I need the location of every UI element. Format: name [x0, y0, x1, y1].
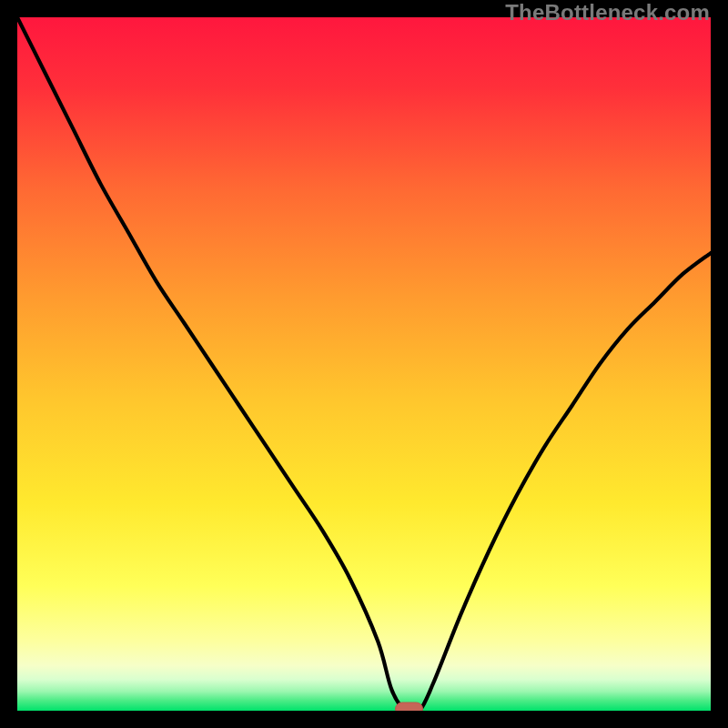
chart-svg [17, 17, 711, 711]
plot-area [17, 17, 711, 711]
watermark-text: TheBottleneck.com [505, 0, 710, 25]
chart-frame: TheBottleneck.com [0, 0, 728, 728]
optimal-marker [396, 703, 423, 711]
svg-rect-0 [396, 703, 423, 711]
